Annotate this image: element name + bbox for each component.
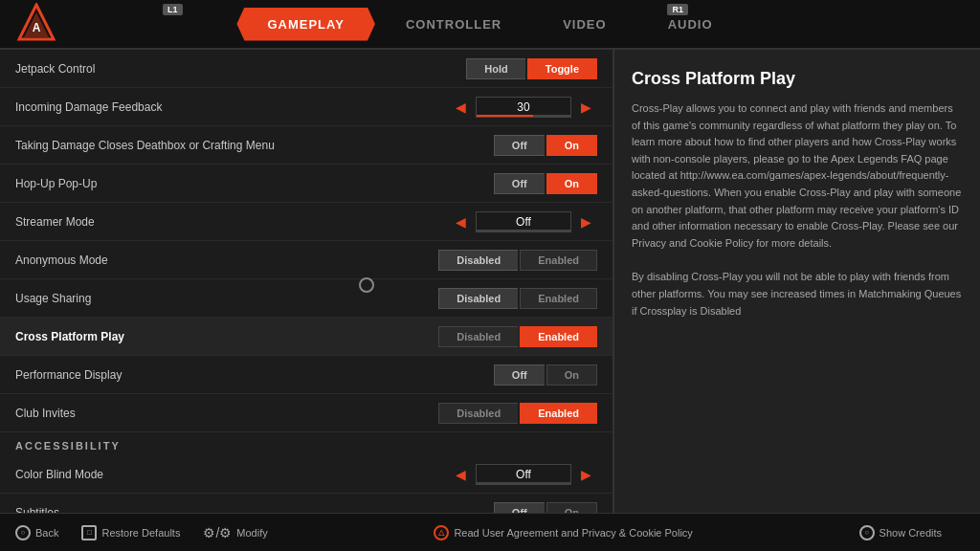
setting-label-deathbox: Taking Damage Closes Deathbox or Craftin… [15, 139, 494, 152]
privacy-label: Read User Agreement and Privacy & Cookie… [454, 527, 692, 539]
anonymous-enabled-btn[interactable]: Enabled [520, 250, 597, 271]
tab-controller[interactable]: CONTROLLER [375, 8, 532, 41]
performance-on-btn[interactable]: On [546, 364, 597, 386]
damage-right-arrow[interactable]: ▶ [575, 98, 597, 117]
setting-row-subtitles: Subtitles Off On [0, 494, 612, 513]
clubinvites-disabled-btn[interactable]: Disabled [438, 403, 518, 424]
tab-video[interactable]: VIDEO [532, 8, 636, 41]
back-icon: ○ [15, 525, 31, 540]
hopup-control: Off On [494, 173, 597, 194]
setting-row-hopup: Hop-Up Pop-Up Off On [0, 165, 612, 203]
accessibility-section-header: ACCESSIBILITY [0, 432, 612, 455]
info-paragraph-2: By disabling Cross-Play you will not be … [632, 269, 963, 320]
crossplay-control: Disabled Enabled [438, 326, 597, 347]
subtitles-on-btn[interactable]: On [546, 502, 597, 514]
r1-badge: R1 [667, 4, 688, 15]
subtitles-off-btn[interactable]: Off [494, 502, 545, 514]
tab-gameplay[interactable]: GAMEPLAY [236, 8, 374, 41]
modify-icon: ⚙/⚙ [203, 525, 232, 540]
jetpack-control: Hold Toggle [466, 58, 597, 79]
subtitles-control: Off On [494, 502, 597, 514]
setting-row-streamer: Streamer Mode ◀ Off ▶ [0, 203, 612, 241]
header: A L1 GAMEPLAY CONTROLLER VIDEO AUDIO R1 [0, 0, 980, 50]
colorblind-value-box: Off [476, 464, 571, 485]
privacy-icon: △ [434, 525, 449, 540]
clubinvites-control: Disabled Enabled [438, 403, 597, 424]
restore-label: Restore Defaults [101, 527, 180, 539]
streamer-control: ◀ Off ▶ [450, 211, 597, 232]
footer: ○ Back □ Restore Defaults ⚙/⚙ Modify △ R… [0, 513, 980, 551]
svg-text:A: A [33, 21, 41, 34]
deathbox-off-btn[interactable]: Off [494, 135, 545, 156]
setting-label-usage: Usage Sharing [15, 292, 438, 305]
setting-label-damage: Incoming Damage Feedback [15, 100, 450, 114]
restore-icon: □ [81, 525, 97, 540]
deathbox-control: Off On [494, 135, 597, 156]
credits-icon: ○ [859, 525, 875, 540]
settings-panel: Jetpack Control Hold Toggle Incoming Dam… [0, 50, 612, 513]
performance-off-btn[interactable]: Off [494, 364, 545, 386]
setting-row-jetpack: Jetpack Control Hold Toggle [0, 50, 612, 88]
damage-value-box: 30 [476, 97, 571, 118]
clubinvites-enabled-btn[interactable]: Enabled [520, 403, 597, 424]
performance-control: Off On [494, 364, 597, 386]
crossplay-enabled-btn[interactable]: Enabled [520, 326, 597, 347]
usage-control: Disabled Enabled [438, 288, 597, 309]
l1-badge: L1 [163, 4, 183, 15]
setting-row-usage: Usage Sharing Disabled Enabled [0, 279, 612, 318]
hopup-on-btn[interactable]: On [546, 173, 597, 194]
setting-label-streamer: Streamer Mode [15, 215, 450, 229]
streamer-value-box: Off [476, 211, 571, 232]
deathbox-on-btn[interactable]: On [546, 135, 597, 156]
setting-row-damage: Incoming Damage Feedback ◀ 30 ▶ [0, 88, 612, 126]
footer-back[interactable]: ○ Back [15, 525, 58, 540]
usage-enabled-btn[interactable]: Enabled [520, 288, 597, 309]
modify-label: Modify [236, 527, 267, 539]
setting-row-performance: Performance Display Off On [0, 356, 612, 394]
damage-control: ◀ 30 ▶ [450, 97, 597, 118]
info-paragraph-1: Cross-Play allows you to connect and pla… [632, 100, 963, 252]
anonymous-control: Disabled Enabled [438, 250, 597, 271]
damage-left-arrow[interactable]: ◀ [450, 98, 472, 117]
setting-label-anonymous: Anonymous Mode [15, 253, 438, 267]
jetpack-toggle-btn[interactable]: Toggle [527, 58, 597, 79]
colorblind-left-arrow[interactable]: ◀ [450, 465, 472, 484]
setting-label-subtitles: Subtitles [15, 506, 494, 514]
setting-row-anonymous: Anonymous Mode Disabled Enabled [0, 241, 612, 279]
streamer-left-arrow[interactable]: ◀ [450, 212, 472, 231]
jetpack-hold-btn[interactable]: Hold [466, 58, 524, 79]
setting-label-jetpack: Jetpack Control [15, 62, 466, 76]
apex-logo: A [15, 3, 57, 45]
footer-restore[interactable]: □ Restore Defaults [81, 525, 180, 540]
crossplay-disabled-btn[interactable]: Disabled [438, 326, 518, 347]
footer-credits[interactable]: ○ Show Credits [859, 525, 942, 540]
setting-label-colorblind: Color Blind Mode [15, 468, 450, 481]
setting-label-clubinvites: Club Invites [15, 407, 438, 420]
footer-modify[interactable]: ⚙/⚙ Modify [203, 525, 267, 540]
setting-row-crossplay: Cross Platform Play Disabled Enabled [0, 318, 612, 356]
setting-label-crossplay: Cross Platform Play [15, 330, 438, 343]
info-title: Cross Platform Play [632, 69, 963, 89]
main-content: Jetpack Control Hold Toggle Incoming Dam… [0, 50, 980, 513]
info-panel: Cross Platform Play Cross-Play allows yo… [612, 50, 980, 513]
setting-label-hopup: Hop-Up Pop-Up [15, 177, 494, 190]
hopup-off-btn[interactable]: Off [494, 173, 545, 194]
streamer-right-arrow[interactable]: ▶ [575, 212, 597, 231]
setting-row-clubinvites: Club Invites Disabled Enabled [0, 394, 612, 432]
tab-audio[interactable]: AUDIO [637, 8, 744, 41]
setting-row-colorblind: Color Blind Mode ◀ Off ▶ [0, 455, 612, 494]
credits-label: Show Credits [880, 527, 942, 539]
anonymous-disabled-btn[interactable]: Disabled [438, 250, 518, 271]
colorblind-right-arrow[interactable]: ▶ [575, 465, 597, 484]
setting-label-performance: Performance Display [15, 368, 494, 382]
colorblind-control: ◀ Off ▶ [450, 464, 597, 485]
usage-disabled-btn[interactable]: Disabled [438, 288, 518, 309]
setting-row-deathbox: Taking Damage Closes Deathbox or Craftin… [0, 126, 612, 165]
back-label: Back [35, 527, 58, 539]
footer-privacy[interactable]: △ Read User Agreement and Privacy & Cook… [434, 525, 692, 540]
